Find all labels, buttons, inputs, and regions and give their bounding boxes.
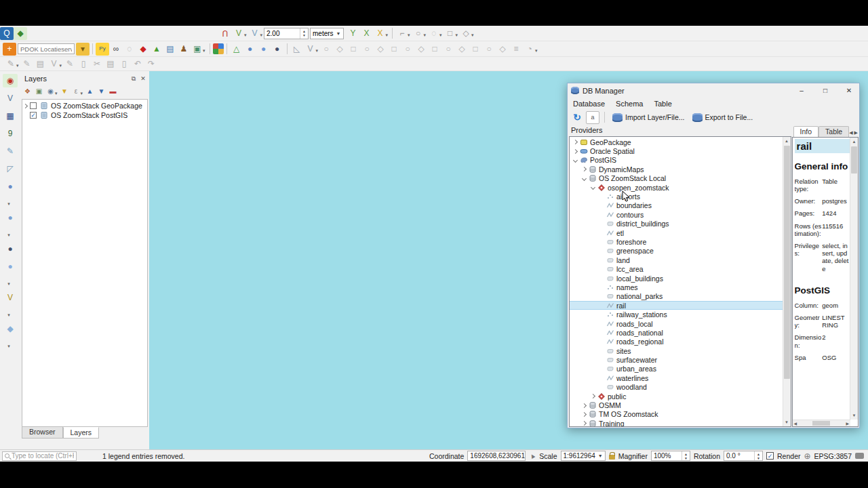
delete-selected-icon[interactable]: ▯ (77, 58, 90, 70)
copy-move-feature-icon[interactable]: ◇ (333, 43, 347, 56)
locate-search-input[interactable]: Type to locate (Ctrl+K) (2, 451, 77, 461)
open-layer-styling-icon[interactable]: ❖ (22, 86, 33, 98)
tab-info[interactable]: Info (793, 126, 819, 137)
add-raster-layer-icon[interactable]: ▦ (3, 109, 18, 123)
tree-item-roads-regional[interactable]: roads_regional (570, 338, 783, 346)
add-part-icon[interactable]: □ (387, 43, 401, 56)
layer-visibility-checkbox[interactable] (30, 102, 37, 109)
checkable-hexagon-icon[interactable]: ◆ (136, 43, 150, 56)
maximize-button[interactable]: □ (815, 84, 835, 98)
simplify-feature-icon[interactable]: ○ (360, 43, 374, 56)
menu-table[interactable]: Table (648, 100, 677, 108)
current-edits-icon[interactable]: ✎ (4, 58, 18, 70)
shape-digitizing-icon[interactable]: ◌ (427, 27, 441, 40)
merge-features-icon[interactable]: ◇ (496, 43, 509, 56)
log-viewer-icon[interactable]: ▤ (163, 43, 177, 56)
tree-item-training[interactable]: Training (570, 419, 783, 427)
export-file-button[interactable]: Export to File... (690, 112, 756, 123)
tracing-icon[interactable]: ⌐ (395, 27, 409, 40)
filter-by-expression-icon-dropdown[interactable]: ▾ (81, 91, 83, 96)
data-source-manager-icon[interactable]: ◉ (3, 74, 18, 87)
vertex-tool-icon-dropdown[interactable]: ▾ (60, 63, 62, 68)
snapping-vertex-icon[interactable]: V (248, 27, 262, 40)
paste-features-icon[interactable]: ▯ (117, 58, 131, 70)
add-vector-layer-icon[interactable]: V (3, 92, 18, 105)
tree-item-rail[interactable]: rail (570, 301, 783, 310)
profile-person-icon[interactable]: ♟ (177, 43, 191, 56)
tree-expander-icon[interactable] (573, 140, 578, 144)
tree-item-greenspace[interactable]: greenspace (570, 247, 783, 256)
circular-string-icon-dropdown[interactable]: ▾ (424, 33, 427, 38)
tree-item-waterlines[interactable]: waterlines (570, 373, 783, 382)
add-postgis-layer-icon-dropdown[interactable]: ▾ (7, 201, 10, 207)
move-feature-icon[interactable]: ○ (319, 43, 333, 56)
curve-digitizing-icon[interactable]: ◇ (459, 27, 473, 40)
add-layer-group-icon-dropdown[interactable]: ▾ (203, 48, 205, 54)
tree-item-contours[interactable]: contours (570, 210, 783, 219)
snap-on-segment-icon-dropdown[interactable]: ▾ (386, 33, 389, 38)
refresh-icon[interactable]: ↻ (570, 111, 584, 124)
rotate-point-symbols-icon[interactable]: ◔ (523, 43, 536, 56)
sql-window-icon[interactable]: a (586, 111, 599, 124)
layer-item-os-zoomstack-postgis[interactable]: ✓OS ZoomStack PostGIS (22, 110, 147, 120)
intersection-snapping-icon[interactable]: X (360, 27, 374, 40)
menu-database[interactable]: Database (568, 100, 610, 108)
close-button[interactable]: ✕ (839, 84, 859, 98)
coordinate-input[interactable]: 1692608,6230961 (467, 451, 526, 461)
add-spatialite-layer-icon-dropdown[interactable]: ▾ (7, 232, 10, 238)
manage-map-themes-icon-dropdown[interactable]: ▾ (55, 91, 58, 96)
tree-item-district-buildings[interactable]: district_buildings (570, 220, 783, 228)
toggle-editing-icon[interactable]: ✎ (20, 58, 34, 70)
tree-expander-icon[interactable] (591, 185, 595, 190)
snap-tolerance-spinbox[interactable]: ▲▼ (264, 28, 309, 39)
copy-features-icon[interactable]: ▤ (104, 58, 117, 70)
tab-browser[interactable]: Browser (22, 427, 63, 439)
regular-shape-icon-dropdown[interactable]: ▾ (456, 33, 458, 38)
add-wcs-layer-icon[interactable]: ● (3, 260, 18, 273)
add-ring-icon[interactable]: ◇ (374, 43, 387, 56)
menu-schema[interactable]: Schema (610, 100, 648, 108)
spin-buttons[interactable]: ▲▼ (300, 28, 308, 39)
tree-expander-icon[interactable] (591, 394, 595, 399)
tree-expander-icon[interactable] (582, 412, 587, 417)
tree-item-roads-national[interactable]: roads_national (570, 328, 783, 337)
save-layer-edits-icon[interactable]: ▤ (34, 58, 47, 70)
area-measure-icon[interactable]: ▲ (150, 43, 163, 56)
crs-globe-icon[interactable]: ⊕ (804, 451, 810, 461)
add-mesh-layer-icon[interactable]: ◸ (3, 162, 18, 176)
remove-layer-icon[interactable]: ▬ (107, 86, 119, 98)
tab-scroll-right-icon[interactable]: ▶ (854, 130, 858, 136)
vertex-align-icon[interactable]: ≡ (509, 43, 523, 56)
tree-expander-icon[interactable] (582, 176, 587, 181)
layer-visibility-checkbox[interactable]: ✓ (30, 112, 37, 119)
add-delimited-text-layer-icon[interactable]: 9 (3, 127, 18, 140)
magnifier-spinbox[interactable]: 100% ▲▼ (651, 451, 690, 461)
tab-layers[interactable]: Layers (63, 427, 100, 439)
wms-globe-icon[interactable]: ● (243, 43, 257, 56)
regular-shape-icon[interactable]: □ (443, 27, 457, 40)
tree-item-local-buildings[interactable]: local_buildings (570, 274, 783, 283)
circular-string-icon[interactable]: ○ (412, 27, 425, 40)
pdok-geocoder-icon[interactable]: + (3, 43, 16, 56)
qgis-app-icon[interactable]: Q (0, 27, 14, 40)
tree-item-airports[interactable]: airports (570, 192, 783, 201)
add-wcs-layer-icon-dropdown[interactable]: ▾ (7, 281, 10, 287)
split-features-icon[interactable]: □ (469, 43, 482, 56)
snapping-magnet-icon[interactable]: U (218, 27, 232, 40)
collapse-all-icon[interactable]: ▼ (96, 86, 107, 98)
panel-float-icon[interactable]: ⧉ (129, 75, 138, 83)
info-vscrollbar[interactable]: ▲ ▼ (850, 138, 858, 420)
spin-buttons[interactable]: ▲▼ (754, 451, 762, 460)
tree-item-osmm[interactable]: OSMM (570, 401, 783, 409)
tree-item-lcc-area[interactable]: lcc_area (570, 264, 783, 273)
add-wfs-layer-icon-dropdown[interactable]: ▾ (7, 344, 10, 349)
split-parts-icon[interactable]: ○ (482, 43, 496, 56)
tree-item-sites[interactable]: sites (570, 346, 783, 355)
topological-editing-icon[interactable]: Y (347, 27, 360, 40)
tab-scroll-left-icon[interactable]: ◀ (849, 130, 852, 136)
rotation-spinbox[interactable]: 0.0 ° ▲▼ (724, 451, 763, 461)
identify-ruler-icon[interactable]: ◺ (290, 43, 304, 56)
spin-buttons[interactable]: ▲▼ (682, 451, 690, 460)
digitize-with-segment-icon[interactable]: V (304, 43, 317, 56)
snap-units-combo[interactable]: meters ▼ (310, 28, 344, 39)
